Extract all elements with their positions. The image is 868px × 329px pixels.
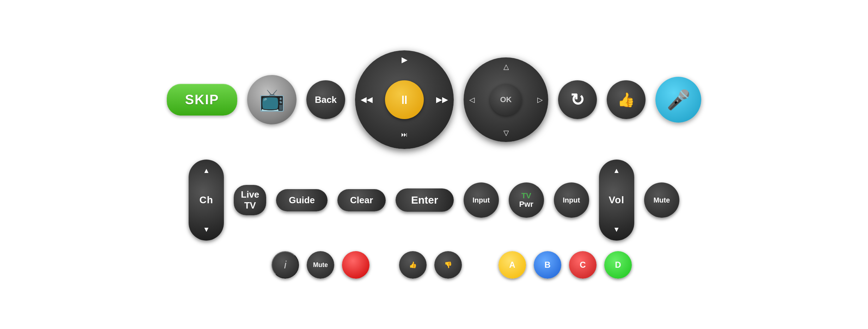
pause-button[interactable]: ⏸	[385, 80, 424, 119]
letter-c-button[interactable]: C	[569, 251, 597, 279]
mute-small-button[interactable]: Mute	[307, 251, 334, 279]
transport-rewind-icon[interactable]: ◀◀	[361, 95, 373, 104]
mic-icon: 🎤	[667, 89, 690, 111]
tv-pwr-top: TV	[521, 192, 531, 200]
replay-icon: ↺	[570, 90, 585, 110]
replay-button[interactable]: ↺	[558, 80, 597, 119]
back-button[interactable]: Back	[306, 80, 345, 119]
row-top: SKIP 📺 Back ▶ ◀◀ ▶▶ ⏭ ⏸ △ ▽ ◁ ▷ OK	[167, 50, 701, 149]
thumbs-up-sm-icon: 👍	[409, 261, 417, 269]
volume-button[interactable]: ▲ Vol ▼	[599, 160, 634, 241]
nav-right-icon[interactable]: ▷	[537, 95, 543, 104]
channel-label: Ch	[200, 194, 213, 206]
nav-up-icon[interactable]: △	[503, 62, 509, 71]
transport-forward-icon[interactable]: ▶▶	[436, 95, 448, 104]
row-middle: ▲ Ch ▼ Live TV Guide Clear Enter Input T…	[189, 160, 679, 241]
channel-up-icon: ▲	[203, 167, 210, 175]
volume-label: Vol	[609, 194, 624, 206]
tv-pwr-bottom: Pwr	[519, 200, 533, 209]
live-tv-line1: Live	[241, 189, 259, 200]
live-tv-line2: TV	[244, 200, 256, 211]
letter-b-button[interactable]: B	[534, 251, 561, 279]
thumbs-down-button[interactable]: 👎	[434, 251, 462, 279]
mic-button[interactable]: 🎤	[655, 77, 701, 123]
letter-a-button[interactable]: A	[499, 251, 526, 279]
input2-button[interactable]: Input	[554, 182, 589, 218]
transport-ring: ▶ ◀◀ ▶▶ ⏭ ⏸	[355, 50, 454, 149]
nav-down-icon[interactable]: ▽	[503, 129, 509, 137]
mute-button[interactable]: Mute	[644, 182, 679, 218]
enter-button[interactable]: Enter	[396, 188, 454, 212]
volume-up-icon: ▲	[613, 167, 620, 175]
transport-up-icon[interactable]: ▶	[402, 55, 408, 64]
letter-d-button[interactable]: D	[604, 251, 632, 279]
thumbs-up-dark-button[interactable]: 👍	[607, 80, 646, 119]
tv-pwr-button[interactable]: TV Pwr	[509, 182, 544, 218]
row-bottom: i Mute 👍 👎 A B C D	[271, 251, 632, 279]
live-tv-button[interactable]: Live TV	[234, 185, 266, 215]
transport-step-icon[interactable]: ⏭	[401, 131, 408, 138]
channel-button[interactable]: ▲ Ch ▼	[189, 160, 224, 241]
thumbs-down-icon: 👎	[444, 261, 452, 269]
record-button[interactable]	[342, 251, 369, 279]
info-icon: i	[284, 259, 287, 271]
ok-button[interactable]: OK	[490, 84, 522, 116]
skip-button[interactable]: SKIP	[167, 84, 237, 116]
nav-ring: △ ▽ ◁ ▷ OK	[464, 57, 548, 142]
tv-icon: 📺	[259, 87, 285, 112]
pause-icon: ⏸	[398, 93, 410, 107]
clear-button[interactable]: Clear	[337, 189, 386, 211]
remote-layout: SKIP 📺 Back ▶ ◀◀ ▶▶ ⏭ ⏸ △ ▽ ◁ ▷ OK	[146, 36, 722, 293]
input-button[interactable]: Input	[464, 182, 499, 218]
channel-down-icon: ▼	[203, 225, 210, 234]
tv-logo-button[interactable]: 📺	[247, 75, 297, 124]
nav-left-icon[interactable]: ◁	[469, 95, 475, 104]
volume-down-icon: ▼	[613, 225, 620, 234]
guide-button[interactable]: Guide	[276, 189, 328, 211]
info-button[interactable]: i	[271, 251, 299, 279]
thumbs-up-dark-icon: 👍	[617, 92, 635, 108]
thumbs-up-small-button[interactable]: 👍	[399, 251, 427, 279]
ok-label: OK	[500, 95, 512, 104]
